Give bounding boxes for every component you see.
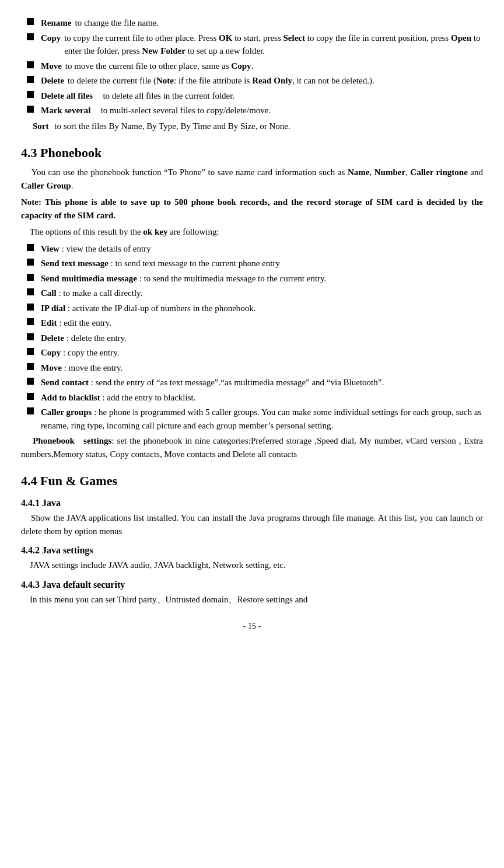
bullet-rename: Rename to change the file name. bbox=[21, 16, 483, 30]
bullet-icon bbox=[27, 407, 34, 414]
desc-rename: to change the file name. bbox=[75, 16, 484, 30]
pb-delete: Delete : delete the entry. bbox=[21, 332, 483, 345]
pb-ip-dial: IP dial : activate the IP dial-up of num… bbox=[21, 302, 483, 315]
section-443-desc: In this menu you can set Third party、Unt… bbox=[21, 593, 483, 606]
bullet-icon bbox=[27, 274, 34, 281]
pb-send-contact: Send contact : send the entry of “as tex… bbox=[21, 376, 483, 389]
section-43-note: Note: This phone is able to save up to 5… bbox=[21, 196, 483, 222]
bullet-delete: Delete to delete the current file (Note:… bbox=[21, 74, 483, 88]
bullet-icon bbox=[27, 18, 34, 25]
section-441-title: 4.4.1 Java bbox=[21, 496, 483, 510]
pb-send-multimedia: Send multimedia message : to send the mu… bbox=[21, 272, 483, 285]
desc-caller-groups: Caller groups : he phone is programmed w… bbox=[41, 406, 483, 432]
desc-delete-all: to delete all files in the current folde… bbox=[96, 89, 483, 103]
desc-ip-dial: IP dial : activate the IP dial-up of num… bbox=[41, 302, 483, 315]
section-43-intro: You can use the phonebook function “To P… bbox=[21, 166, 483, 192]
desc-send-multimedia: Send multimedia message : to send the mu… bbox=[41, 272, 483, 285]
desc-send-text: Send text message : to send text message… bbox=[41, 257, 483, 270]
bullet-icon bbox=[27, 244, 34, 251]
desc-call: Call : to make a call directly. bbox=[41, 287, 483, 300]
pb-caller-groups: Caller groups : he phone is programmed w… bbox=[21, 406, 483, 432]
desc-pb-delete: Delete : delete the entry. bbox=[41, 332, 483, 345]
bullet-icon bbox=[27, 318, 34, 325]
pb-copy: Copy : copy the entry. bbox=[21, 346, 483, 360]
pb-call: Call : to make a call directly. bbox=[21, 287, 483, 300]
desc-add-blacklist: Add to blacklist : add the entry to blac… bbox=[41, 391, 483, 405]
bullet-icon bbox=[27, 304, 34, 311]
sort-desc: to sort the files By Name, By Type, By T… bbox=[54, 121, 290, 131]
options-intro: The options of this result by the ok key… bbox=[21, 225, 483, 239]
bullet-icon bbox=[27, 348, 34, 355]
bullet-icon bbox=[27, 288, 34, 295]
section-43-title: 4.3 Phonebook bbox=[21, 143, 483, 162]
desc-delete: to delete the current file (Note: if the… bbox=[68, 74, 483, 88]
bullet-icon bbox=[27, 393, 34, 400]
desc-edit: Edit : edit the entry. bbox=[41, 316, 483, 330]
bullet-icon bbox=[27, 378, 34, 385]
term-move: Move bbox=[41, 60, 62, 73]
section-443-title: 4.4.3 Java default security bbox=[21, 578, 483, 592]
bullet-icon bbox=[27, 106, 34, 113]
pb-move: Move : move the entry. bbox=[21, 361, 483, 375]
bullet-icon bbox=[27, 333, 34, 340]
term-mark-several: Mark several bbox=[41, 104, 90, 117]
bullet-move: Move to move the current file to other p… bbox=[21, 60, 483, 73]
desc-move: to move the current file to other place,… bbox=[65, 60, 483, 73]
section-442-desc: JAVA settings include JAVA audio, JAVA b… bbox=[21, 559, 483, 572]
desc-view: View : view the details of entry bbox=[41, 242, 483, 256]
phonebook-bullet-list: View : view the details of entry Send te… bbox=[21, 242, 483, 433]
bullet-icon bbox=[27, 259, 34, 266]
bullet-mark-several: Mark several to multi-select several fil… bbox=[21, 104, 483, 117]
pb-add-blacklist: Add to blacklist : add the entry to blac… bbox=[21, 391, 483, 405]
term-rename: Rename bbox=[41, 16, 72, 30]
page-footer: - 15 - bbox=[21, 620, 483, 632]
desc-pb-copy: Copy : copy the entry. bbox=[41, 346, 483, 360]
desc-copy: to copy the current file to other place.… bbox=[64, 32, 483, 58]
bullet-icon bbox=[27, 76, 34, 83]
desc-mark-several: to multi-select several files to copy/de… bbox=[94, 104, 483, 117]
bullet-delete-all: Delete all files to delete all files in … bbox=[21, 89, 483, 103]
desc-send-contact: Send contact : send the entry of “as tex… bbox=[41, 376, 483, 389]
bullet-icon bbox=[27, 61, 34, 68]
section-441-desc: Show the JAVA applications list installe… bbox=[21, 511, 483, 538]
bullet-icon bbox=[27, 91, 34, 98]
term-copy: Copy bbox=[41, 32, 61, 45]
desc-pb-move: Move : move the entry. bbox=[41, 361, 483, 375]
pb-edit: Edit : edit the entry. bbox=[21, 316, 483, 330]
top-bullet-list: Rename to change the file name. Copy to … bbox=[21, 16, 483, 117]
pb-view: View : view the details of entry bbox=[21, 242, 483, 256]
bullet-copy: Copy to copy the current file to other p… bbox=[21, 32, 483, 58]
sort-term: Sort bbox=[33, 121, 49, 131]
sort-line: Sort to sort the files By Name, By Type,… bbox=[21, 120, 483, 133]
phonebook-settings: Phonebook settings: set the phonebook in… bbox=[21, 434, 483, 461]
pb-send-text: Send text message : to send text message… bbox=[21, 257, 483, 270]
term-delete: Delete bbox=[41, 74, 64, 88]
term-delete-all: Delete all files bbox=[41, 89, 93, 103]
section-44-title: 4.4 Fun & Games bbox=[21, 471, 483, 490]
bullet-icon bbox=[27, 33, 34, 40]
section-442-title: 4.4.2 Java settings bbox=[21, 543, 483, 557]
bullet-icon bbox=[27, 363, 34, 370]
